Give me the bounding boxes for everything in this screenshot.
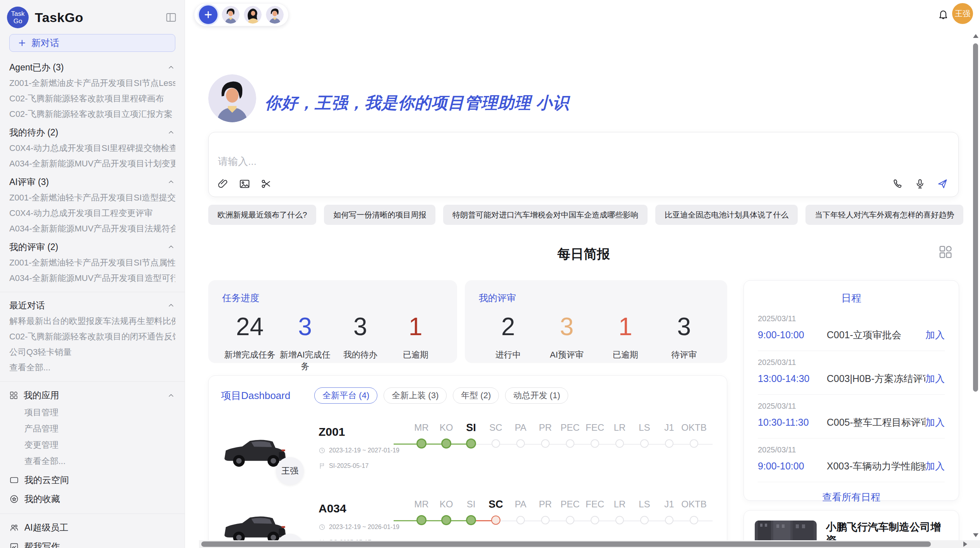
voice-call-icon[interactable] xyxy=(892,178,903,190)
app-item[interactable]: 变更管理 xyxy=(24,440,175,450)
section-header[interactable]: 我的待办 (2) xyxy=(9,127,175,138)
join-link[interactable]: 加入 xyxy=(925,416,945,429)
filter-chip[interactable]: 年型 (2) xyxy=(453,387,499,404)
stat-label: 新增完成任务 xyxy=(222,349,278,361)
agent-switcher xyxy=(194,3,289,26)
conversation-item[interactable]: C0X4-动力总成开发项目工程变更评审 xyxy=(9,208,175,218)
favorites-item[interactable]: 我的收藏 xyxy=(9,493,175,505)
recent-conversation-item[interactable]: 公司Q3轻卡销量 xyxy=(9,347,175,357)
flag-icon xyxy=(319,462,326,469)
milestone: MR xyxy=(409,498,434,525)
milestone: FEC xyxy=(583,421,607,449)
project-row[interactable]: 王强 Z001 2023-12-19 ~ 2027-01-19 SI-2025-… xyxy=(221,421,714,487)
section-header[interactable]: 我的评审 (2) xyxy=(9,241,175,252)
app-item[interactable]: 查看全部... xyxy=(24,456,175,466)
app-item[interactable]: 项目管理 xyxy=(24,408,175,418)
agent-avatar-1[interactable] xyxy=(222,6,240,24)
schedule-time: 9:00-10:00 xyxy=(758,329,827,341)
milestone: FEC xyxy=(583,498,607,525)
stat-label: 已逾期 xyxy=(596,349,655,361)
conversation-item[interactable]: Z001-全新燃油轻卡产品开发项目SI造型提交物评审 xyxy=(9,193,175,203)
conversation-item[interactable]: Z001-全新燃油皮卡产品开发项目SI节点Lesson Learn报告 xyxy=(9,78,175,88)
scroll-right-arrow[interactable] xyxy=(963,541,967,547)
project-dates: 2023-12-19 ~ 2027-01-19 xyxy=(319,447,392,454)
plus-icon xyxy=(17,38,27,48)
microphone-icon[interactable] xyxy=(914,178,926,190)
milestone: LS xyxy=(632,421,657,449)
milestone-dot xyxy=(466,438,476,449)
agent-avatar-2[interactable] xyxy=(244,6,262,24)
recent-conversation-item[interactable]: C02-飞腾新能源轻客改款项目的闭环通告反馈情况 xyxy=(9,332,175,342)
milestone-label: LS xyxy=(639,498,650,510)
filter-chip[interactable]: 动总开发 (1) xyxy=(505,387,568,404)
join-link[interactable]: 加入 xyxy=(925,460,945,473)
plus-icon xyxy=(203,10,213,20)
schedule-event: C003|H0B-方案冻结评审 xyxy=(827,372,925,385)
add-agent-button[interactable] xyxy=(199,5,218,24)
screenshot-icon[interactable] xyxy=(260,178,272,190)
user-avatar[interactable]: 王强 xyxy=(952,3,973,24)
message-composer: 请输入... xyxy=(208,132,959,197)
milestone: SI xyxy=(459,421,483,449)
milestone: J1 xyxy=(657,498,682,525)
section-header[interactable]: Agent已办 (3) xyxy=(9,62,175,73)
milestone-dot xyxy=(441,438,451,449)
message-input[interactable]: 请输入... xyxy=(218,155,257,168)
project-name: A034 xyxy=(319,502,392,515)
image-upload-icon[interactable] xyxy=(239,178,250,190)
attachment-icon[interactable] xyxy=(217,178,229,190)
scroll-down-arrow[interactable] xyxy=(973,533,978,537)
write-helper-item[interactable]: 帮我写作 xyxy=(9,541,175,548)
conversation-item[interactable]: A034-全新新能源MUV产品开发项目计划变更表编写 xyxy=(9,159,175,169)
conversation-item[interactable]: Z001-全新燃油轻卡产品开发项目SI节点属性5D文件评审 xyxy=(9,258,175,268)
milestone-dot xyxy=(665,439,673,448)
conversation-item[interactable]: C0X4-动力总成开发项目SI里程碑提交物检查 xyxy=(9,143,175,153)
stat-label: 待评审 xyxy=(655,349,714,361)
conversation-item[interactable]: A034-全新新能源MUV产品开发项目法规符合性评审 xyxy=(9,224,175,234)
my-apps-header[interactable]: 我的应用 xyxy=(9,389,175,401)
recent-section-header[interactable]: 最近对话 xyxy=(9,300,175,311)
layout-grid-icon[interactable] xyxy=(938,245,953,259)
horizontal-scrollbar-thumb[interactable] xyxy=(201,541,931,547)
cloud-space-item[interactable]: 我的云空间 xyxy=(9,474,175,486)
view-all-schedule-link[interactable]: 查看所有日程 xyxy=(758,482,945,512)
app-item[interactable]: 产品管理 xyxy=(24,424,175,434)
conversation-item[interactable]: A034-全新新能源MUV产品开发项目造型可行性评审 xyxy=(9,273,175,283)
sidebar-header: Task Go TaskGo xyxy=(0,0,185,29)
suggestion-chips: 欧洲新规最近颁布了什么?如何写一份清晰的项目周报特朗普可能对进口汽车增税会对中国… xyxy=(208,205,959,225)
suggestion-chip[interactable]: 欧洲新规最近颁布了什么? xyxy=(208,205,316,225)
stat: 3 新增AI完成任务 xyxy=(278,313,333,372)
stat-value: 3 xyxy=(278,313,333,341)
recent-conversation-item[interactable]: 解释最新出台的欧盟报废车法规再生塑料比例被调至15%... xyxy=(9,316,175,326)
send-icon[interactable] xyxy=(937,178,948,190)
sidebar-collapse-icon[interactable] xyxy=(165,12,177,23)
milestone-dot xyxy=(516,439,525,448)
scroll-up-arrow[interactable] xyxy=(973,34,978,38)
suggestion-chip[interactable]: 当下年轻人对汽车外观有怎样的喜好趋势 xyxy=(805,205,963,225)
filter-chip[interactable]: 全新上装 (3) xyxy=(384,387,447,404)
section-header[interactable]: AI评审 (3) xyxy=(9,176,175,187)
notification-bell-icon[interactable] xyxy=(937,9,949,20)
recent-conversation-item[interactable]: 查看全部... xyxy=(9,363,175,373)
milestone-dot xyxy=(541,439,550,448)
milestone-track: MR KO SI SC xyxy=(394,421,713,449)
stat: 3 AI预评审 xyxy=(538,313,596,361)
conversation-item[interactable]: C02-飞腾新能源轻客改款项目立项汇报方案 xyxy=(9,109,175,119)
vertical-scrollbar-thumb[interactable] xyxy=(973,43,978,392)
suggestion-chip[interactable]: 如何写一份清晰的项目周报 xyxy=(324,205,435,225)
stat-card: 任务进度 24 新增完成任务 3 新增AI完成任务 3 我的待办 1 已逾期 xyxy=(208,280,457,363)
milestone-dot xyxy=(441,515,451,525)
new-chat-button[interactable]: 新对话 xyxy=(9,34,175,52)
suggestion-chip[interactable]: 特朗普可能对进口汽车增税会对中国车企造成哪些影响 xyxy=(443,205,648,225)
join-link[interactable]: 加入 xyxy=(925,372,945,385)
conversation-item[interactable]: C02-飞腾新能源轻客改款项目里程碑画布 xyxy=(9,94,175,104)
suggestion-chip[interactable]: 比亚迪全固态电池计划具体说了什么 xyxy=(655,205,798,225)
milestone-dot xyxy=(491,515,500,525)
filter-chip[interactable]: 全新平台 (4) xyxy=(314,387,377,404)
schedule-event: X003-车辆动力学性能验... xyxy=(827,460,925,473)
ai-staff-item[interactable]: AI超级员工 xyxy=(9,522,175,534)
agent-avatar-3[interactable] xyxy=(266,6,284,24)
join-link[interactable]: 加入 xyxy=(925,329,945,341)
schedule-date: 2025/03/11 xyxy=(758,358,945,367)
chevron-up-icon xyxy=(167,391,175,400)
